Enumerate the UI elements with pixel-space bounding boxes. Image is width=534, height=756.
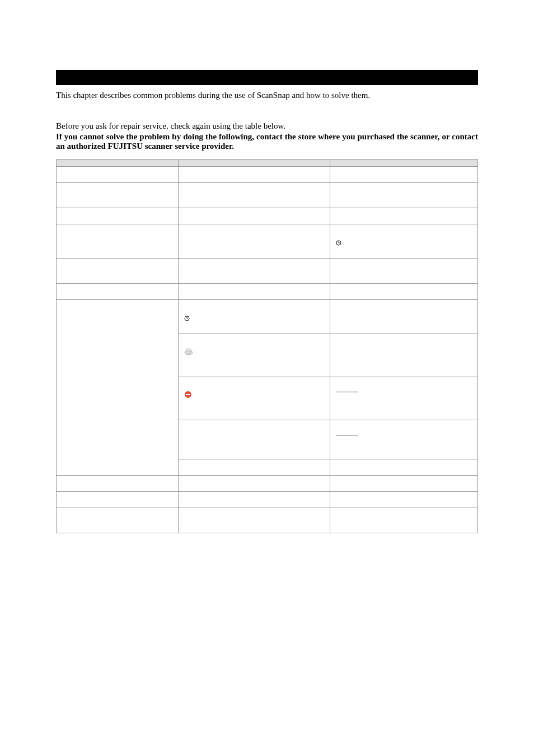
table-row [57, 183, 478, 208]
symptom-cell [57, 492, 179, 508]
pre-note: Before you ask for repair service, check… [56, 121, 478, 131]
solution-cell [330, 492, 478, 508]
intro-text: This chapter describes common problems d… [56, 91, 478, 100]
bold-note: If you cannot solve the problem by doing… [56, 132, 478, 151]
solution-cell [330, 377, 478, 420]
svg-rect-4 [186, 394, 190, 395]
check-cell [179, 420, 330, 459]
solution-cell [330, 183, 478, 208]
solution-cell [330, 208, 478, 224]
check-cell [179, 183, 330, 208]
check-cell [179, 459, 330, 476]
solution-cell [330, 334, 478, 377]
symptom-cell [57, 284, 179, 300]
solution-cell [330, 508, 478, 533]
check-cell [179, 208, 330, 224]
symptom-cell [57, 224, 179, 259]
solution-cell [330, 459, 478, 476]
check-cell [179, 300, 330, 334]
symptom-cell [57, 508, 179, 533]
table-row [57, 476, 478, 492]
solution-cell [330, 224, 478, 259]
symptom-cell [57, 259, 179, 284]
table-row [57, 224, 478, 259]
col-symptom [57, 159, 179, 167]
table-row [57, 284, 478, 300]
solution-cell [330, 300, 478, 334]
check-cell [179, 224, 330, 259]
col-solution [330, 159, 478, 167]
symptom-cell [57, 208, 179, 224]
solution-cell [330, 476, 478, 492]
check-cell [179, 492, 330, 508]
solution-cell [330, 284, 478, 300]
symptom-cell [57, 300, 179, 476]
scansnap-manager-icon [184, 314, 190, 320]
check-cell [179, 259, 330, 284]
table-row [57, 167, 478, 183]
scansnap-manager-icon [336, 239, 341, 245]
check-cell [179, 334, 330, 377]
table-row [57, 492, 478, 508]
table-row [57, 259, 478, 284]
chapter-title-bar [56, 70, 478, 85]
symptom-cell [57, 476, 179, 492]
check-cell [179, 476, 330, 492]
solution-cell [330, 420, 478, 459]
check-cell [179, 508, 330, 533]
solution-cell [330, 259, 478, 284]
check-cell [179, 284, 330, 300]
table-row [57, 300, 478, 334]
table-row [57, 508, 478, 533]
symptom-cell [57, 167, 179, 183]
col-check [179, 159, 330, 167]
solution-cell [330, 167, 478, 183]
check-cell [179, 167, 330, 183]
check-cell [179, 377, 330, 420]
scanner-icon [184, 348, 193, 355]
symptom-cell [57, 183, 179, 208]
table-row [57, 208, 478, 224]
no-entry-icon [184, 391, 192, 398]
troubleshooting-table [56, 159, 478, 533]
